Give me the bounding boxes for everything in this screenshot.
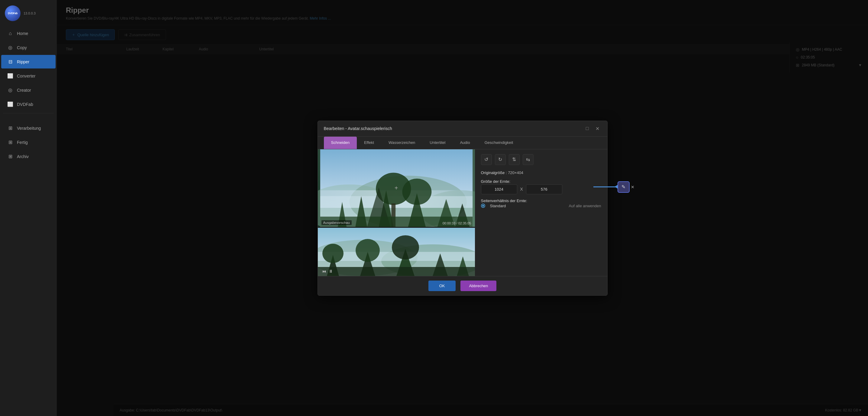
apply-all-button[interactable]: Auf alle anwenden	[569, 204, 601, 208]
modal-title: Bearbeiten - Avatar.schauspielerisch	[324, 126, 392, 131]
tab-schneiden[interactable]: Schneiden	[324, 137, 357, 149]
maximize-icon: □	[586, 126, 589, 131]
sidebar-item-creator[interactable]: ◎ Creator	[1, 83, 56, 97]
sidebar-item-dvdfab-label: DVDFab	[17, 102, 33, 107]
modal-header: Bearbeiten - Avatar.schauspielerisch □ ✕	[318, 121, 607, 137]
original-size-label: Originalgröße	[481, 170, 505, 175]
video-center-plus: +	[395, 185, 398, 192]
tooltip-close-button[interactable]: ✕	[631, 185, 634, 189]
sidebar-item-copy[interactable]: ◎ Copy	[1, 41, 56, 54]
sidebar-item-verarbeitung[interactable]: ⊞ Verarbeitung	[1, 121, 56, 135]
sidebar-item-ripper-label: Ripper	[17, 60, 29, 64]
flip-horizontal-button[interactable]: ⇆	[523, 154, 533, 165]
converter-icon: ⬜	[7, 73, 13, 79]
sidebar-item-home-label: Home	[17, 31, 28, 36]
svg-point-22	[322, 244, 343, 263]
modal-close-button[interactable]: ✕	[594, 125, 601, 132]
rotate-left-icon: ↺	[484, 157, 488, 162]
sidebar-item-dvdfab[interactable]: ⬜ DVDFab	[1, 98, 56, 111]
verarbeitung-icon: ⊞	[7, 125, 13, 131]
logo-image: DVDFab	[5, 5, 21, 21]
cancel-button[interactable]: Abbrechen	[460, 281, 496, 291]
video-time-display: 00:00:33 / 02:35:05	[443, 221, 471, 225]
arrow-tooltip: ✎ ✕	[593, 181, 634, 193]
sidebar-item-ripper[interactable]: ⊟ Ripper	[1, 55, 56, 68]
crop-x-separator: X	[520, 187, 523, 192]
crop-size-field: Größe der Ernte: X	[481, 179, 601, 194]
main-content: Ripper Konvertieren Sie DVD/Blu-ray/4K U…	[57, 0, 868, 416]
output-preview-label: Ausgabevorschau	[321, 220, 352, 225]
crop-inputs-row: X	[481, 184, 601, 194]
rotate-left-button[interactable]: ↺	[481, 154, 492, 165]
pencil-icon: ✎	[621, 184, 625, 190]
transform-buttons-row: ↺ ↻ ⇅ ⇆	[481, 154, 601, 165]
video-preview-section: + Ausgabevorschau 00:00:33 / 02:35:05	[318, 149, 475, 276]
app-version: 13.0.0.3	[24, 11, 36, 15]
rotate-right-icon: ↻	[498, 157, 502, 162]
ripper-icon: ⊟	[7, 59, 13, 65]
sidebar-item-verarbeitung-label: Verarbeitung	[17, 126, 41, 131]
sidebar-item-home[interactable]: ⌂ Home	[1, 27, 56, 40]
sidebar-item-archiv-label: Archiv	[17, 154, 29, 159]
modal-overlay: Bearbeiten - Avatar.schauspielerisch □ ✕…	[57, 0, 868, 416]
fertig-icon: ⊞	[7, 139, 13, 145]
close-icon: ✕	[595, 126, 599, 131]
tab-wasserzeichen[interactable]: Wasserzeichen	[381, 137, 422, 149]
modal-tabs: Schneiden Effekt Wasserzeichen Untertite…	[318, 137, 607, 149]
home-icon: ⌂	[7, 31, 13, 36]
modal-header-controls: □ ✕	[584, 125, 601, 132]
video-controls: ⏮ ⏸	[321, 268, 334, 274]
aspect-ratio-row: Standard Auf alle anwenden	[481, 204, 601, 208]
aspect-ratio-field: Seitenverhältnis der Ernte: Standard Auf…	[481, 199, 601, 208]
arrow-line	[593, 186, 618, 187]
sidebar-item-archiv[interactable]: ⊞ Archiv	[1, 150, 56, 163]
aspect-ratio-label: Seitenverhältnis der Ernte:	[481, 199, 601, 203]
flip-h-icon: ⇆	[526, 157, 530, 162]
video-top-frame: + Ausgabevorschau 00:00:33 / 02:35:05	[318, 149, 475, 227]
svg-point-13	[402, 178, 431, 205]
tab-geschwindigkeit[interactable]: Geschwindigkeit	[477, 137, 521, 149]
svg-point-26	[392, 235, 419, 259]
svg-rect-29	[318, 267, 475, 276]
edit-modal: Bearbeiten - Avatar.schauspielerisch □ ✕…	[317, 121, 608, 296]
sidebar-item-fertig-label: Fertig	[17, 140, 28, 145]
svg-point-24	[355, 239, 380, 262]
original-size-field: Originalgröße : 720×404	[481, 170, 601, 175]
modal-body: + Ausgabevorschau 00:00:33 / 02:35:05	[318, 149, 607, 276]
sidebar-item-converter[interactable]: ⬜ Converter	[1, 69, 56, 83]
standard-radio[interactable]	[481, 204, 485, 208]
play-pause-button[interactable]: ⏸	[328, 268, 334, 274]
tab-effekt[interactable]: Effekt	[357, 137, 381, 149]
modal-maximize-button[interactable]: □	[584, 125, 591, 132]
arrow-head	[615, 185, 618, 188]
sidebar-item-copy-label: Copy	[17, 45, 27, 50]
crop-width-input[interactable]	[481, 184, 517, 194]
edit-controls-section: ↺ ↻ ⇅ ⇆ Originalgröße	[475, 149, 607, 276]
forest-scene-bottom	[318, 228, 475, 276]
copy-icon: ◎	[7, 45, 13, 50]
flip-v-icon: ⇅	[512, 157, 516, 162]
rotate-right-button[interactable]: ↻	[495, 154, 506, 165]
video-bottom-frame: ⏮ ⏸	[318, 228, 475, 276]
sidebar: DVDFab 13.0.0.3 ⌂ Home ◎ Copy ⊟ Ripper ⬜…	[0, 0, 57, 416]
crop-size-label: Größe der Ernte:	[481, 179, 601, 184]
crop-height-input[interactable]	[526, 184, 562, 194]
prev-frame-button[interactable]: ⏮	[321, 268, 327, 274]
sidebar-item-converter-label: Converter	[17, 74, 35, 78]
play-icon: ⏸	[329, 269, 333, 274]
sidebar-item-fertig[interactable]: ⊞ Fertig	[1, 135, 56, 149]
dvdfab-icon: ⬜	[7, 101, 13, 107]
modal-footer: OK Abbrechen	[318, 276, 607, 295]
tab-audio[interactable]: Audio	[453, 137, 477, 149]
tab-untertitel[interactable]: Untertitel	[422, 137, 453, 149]
creator-icon: ◎	[7, 87, 13, 93]
plus-icon: +	[395, 185, 398, 191]
app-logo: DVDFab 13.0.0.3	[0, 0, 57, 27]
tooltip-box: ✎	[618, 181, 630, 193]
archiv-icon: ⊞	[7, 153, 13, 159]
sidebar-item-creator-label: Creator	[17, 88, 31, 93]
original-size-value: 720×404	[508, 170, 523, 175]
ok-button[interactable]: OK	[428, 281, 456, 291]
standard-label: Standard	[490, 204, 506, 208]
flip-vertical-button[interactable]: ⇅	[509, 154, 520, 165]
